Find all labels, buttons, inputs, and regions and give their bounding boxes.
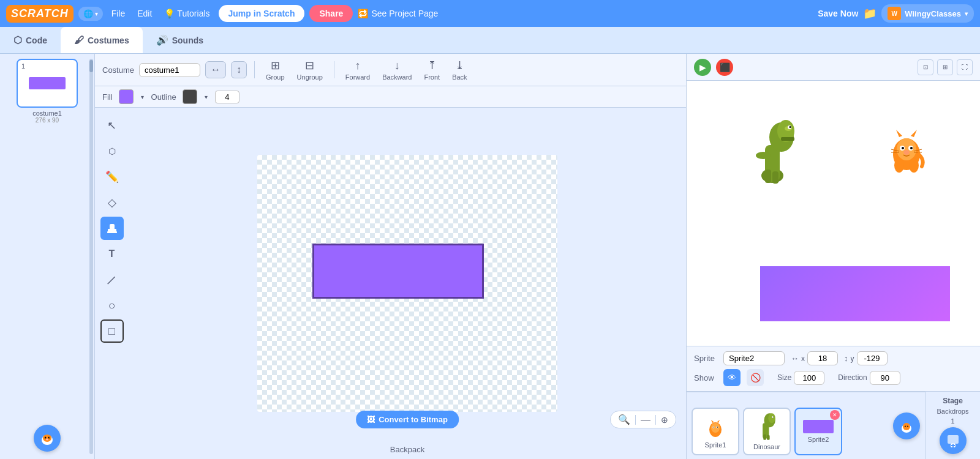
stamp-tool-btn[interactable] [100, 217, 124, 240]
sprites-row: Sprite1 Dinosaur [687, 392, 925, 459]
stop-btn[interactable]: ⬛ [716, 59, 733, 76]
purple-rect-shape[interactable] [312, 244, 484, 299]
svg-point-26 [910, 147, 913, 149]
add-costume-btn[interactable] [34, 425, 61, 452]
line-tool-btn[interactable]: | [100, 268, 124, 291]
zoom-out-btn[interactable]: 🔍 [617, 414, 631, 425]
canvas-area[interactable] [257, 155, 557, 412]
zoom-reset-btn[interactable]: — [639, 414, 652, 425]
jump-in-btn[interactable]: Jump in Scratch [219, 5, 305, 22]
flip-horizontal-btn[interactable]: ↔ [205, 61, 226, 78]
convert-icon: 🖼 [367, 415, 375, 424]
outline-color-swatch[interactable] [183, 89, 197, 104]
convert-to-bitmap-btn[interactable]: 🖼 Convert to Bitmap [356, 411, 459, 428]
folder-icon: 📁 [863, 7, 876, 20]
green-flag-btn[interactable]: ▶ [694, 59, 711, 76]
globe-btn[interactable]: 🌐 ▾ [78, 7, 103, 21]
svg-marker-43 [717, 420, 720, 423]
direction-group: Direction [838, 371, 900, 385]
stage-small-icon: ⊡ [923, 64, 928, 70]
costume-name-label: costume1 [32, 110, 62, 117]
show-btn[interactable]: 👁 [723, 369, 741, 386]
stage-controls: ▶ ⬛ [694, 59, 733, 76]
fullscreen-icon: ⛶ [962, 64, 968, 70]
svg-point-20 [756, 152, 771, 159]
share-btn[interactable]: Share [309, 5, 353, 22]
tab-costumes[interactable]: 🖌 Costumes [61, 27, 143, 53]
rect-tool-icon: □ [108, 325, 115, 338]
front-btn[interactable]: ⤒ Front [420, 58, 443, 82]
outline-size-input[interactable] [215, 91, 239, 103]
outline-dropdown-btn[interactable]: ▾ [203, 94, 209, 100]
rect-tool-btn[interactable]: □ [100, 319, 124, 343]
globe-dropdown-icon: ▾ [95, 10, 98, 17]
stage-fullscreen-btn[interactable]: ⛶ [957, 59, 973, 75]
sprite-thumb-sprite1[interactable]: Sprite1 [692, 408, 739, 455]
costume-name-input[interactable] [139, 63, 200, 77]
file-menu[interactable]: File [108, 6, 129, 21]
stage-small-btn[interactable]: ⊡ [918, 59, 933, 75]
group-btn[interactable]: ⊞ Group [262, 58, 288, 82]
stage-large-btn[interactable]: ⊞ [937, 59, 953, 75]
y-input[interactable] [857, 351, 888, 365]
fill-color-swatch[interactable] [119, 89, 134, 104]
x-input[interactable] [807, 351, 838, 365]
back-icon: ⤓ [455, 59, 464, 72]
edit-menu[interactable]: Edit [134, 6, 156, 21]
eraser-tool-btn[interactable]: ◇ [100, 191, 124, 214]
ungroup-btn[interactable]: ⊟ Ungroup [293, 58, 326, 82]
text-tool-btn[interactable]: T [100, 242, 124, 266]
sprite-thumb-sprite2[interactable]: ✕ Sprite2 [794, 408, 842, 455]
size-input[interactable] [794, 371, 824, 385]
backdrops-label: Backdrops [937, 408, 969, 415]
costume-number: 1 [21, 62, 25, 70]
flip-vertical-btn[interactable]: ↕ [231, 61, 247, 78]
svg-point-4 [46, 439, 48, 441]
see-project-btn[interactable]: 🔁 See Project Page [358, 9, 438, 18]
scroll-thumb[interactable] [89, 60, 93, 72]
fill-outline-row: Fill ▾ Outline ▾ [95, 86, 686, 108]
fill-label: Fill [102, 92, 113, 102]
reshape-tool-btn[interactable]: ⬡ [100, 140, 124, 163]
svg-marker-29 [911, 130, 917, 137]
show-text-label: Show [694, 373, 717, 382]
back-btn[interactable]: ⤓ Back [448, 58, 470, 82]
svg-point-16 [790, 126, 791, 128]
center-panel: Costumes Costume ↔ ↕ ⊞ Group ⊟ Ungroup ↑… [95, 54, 686, 459]
forward-btn[interactable]: ↑ Forward [342, 58, 374, 82]
add-sprite-icon [899, 419, 914, 433]
add-sprite-btn[interactable] [893, 412, 920, 439]
sprites-section: Sprite1 Dinosaur [687, 391, 980, 459]
svg-point-35 [909, 158, 919, 173]
user-badge[interactable]: W WiingyClasses ▾ [881, 4, 974, 23]
folder-icon-btn[interactable]: 📁 [863, 7, 876, 20]
ungroup-icon: ⊟ [305, 59, 314, 72]
user-label: WiingyClasses [905, 9, 961, 18]
globe-icon: 🌐 [83, 9, 93, 18]
brush-tool-btn[interactable]: ✏️ [100, 165, 124, 188]
costume-item[interactable]: 1 [17, 59, 78, 108]
zoom-in-icon: ⊕ [661, 415, 668, 425]
zoom-controls: 🔍 — ⊕ [610, 411, 676, 428]
save-now-btn[interactable]: Save Now [818, 9, 858, 18]
tab-code[interactable]: ⬡ Code [0, 27, 61, 53]
tutorials-btn[interactable]: 💡 Tutorials [160, 6, 213, 21]
text-tool-icon: T [109, 248, 115, 259]
sprite2-delete-btn[interactable]: ✕ [830, 410, 840, 420]
backward-btn[interactable]: ↓ Backward [379, 58, 415, 82]
add-backdrop-btn[interactable] [940, 427, 967, 454]
sprite-name-input[interactable] [723, 351, 785, 365]
select-tool-icon: ↖ [107, 119, 116, 132]
circle-tool-btn[interactable]: ○ [100, 294, 124, 317]
svg-rect-50 [767, 435, 770, 440]
stage-panel: ▶ ⬛ ⊡ ⊞ ⛶ [686, 54, 980, 459]
select-tool-btn[interactable]: ↖ [100, 114, 124, 137]
hide-btn[interactable]: 🚫 [747, 369, 764, 386]
costume-list-panel: 1 costume1 276 x 90 [0, 54, 95, 459]
zoom-in-btn[interactable]: ⊕ [660, 414, 669, 425]
sprite-thumb-dinosaur[interactable]: Dinosaur [743, 408, 791, 455]
fill-dropdown-btn[interactable]: ▾ [140, 94, 145, 100]
tab-sounds[interactable]: 🔊 Sounds [143, 27, 217, 53]
scratch-logo[interactable]: SCRATCH [6, 5, 74, 23]
direction-input[interactable] [870, 371, 900, 385]
